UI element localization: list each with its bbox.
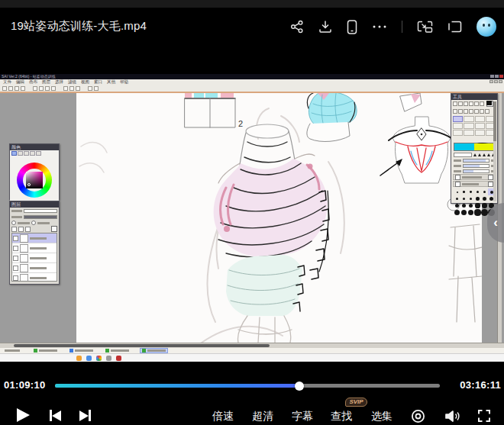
episodes-button[interactable]: 选集: [371, 410, 393, 423]
document-tab[interactable]: [32, 349, 59, 353]
opacity-slider[interactable]: [24, 215, 57, 219]
layer-visibility-toggle[interactable]: [13, 275, 18, 281]
brush-size-option[interactable]: [454, 209, 460, 216]
sai-menu-item[interactable]: 画布: [29, 79, 37, 85]
tool-icons-row-1[interactable]: [451, 100, 497, 108]
phone-icon[interactable]: [347, 20, 357, 34]
sai-menu-item[interactable]: 文件: [3, 79, 11, 85]
brush-size-option[interactable]: [467, 209, 474, 216]
brush-size-option[interactable]: [460, 202, 467, 209]
brush-opacity-slider[interactable]: [463, 164, 489, 168]
cast-icon[interactable]: [447, 20, 462, 34]
document-tab[interactable]: [140, 348, 168, 353]
search-button[interactable]: 查找: [331, 410, 352, 423]
taskbar-app-icon[interactable]: [116, 356, 121, 361]
previous-button[interactable]: [50, 410, 61, 421]
sai-horizontal-scrollbar[interactable]: [0, 343, 504, 348]
sai-menu-item[interactable]: 选择: [55, 79, 63, 85]
layer-row[interactable]: [12, 253, 57, 263]
tool-icons-row-2[interactable]: [451, 108, 497, 115]
brush-size-option[interactable]: [474, 188, 481, 195]
avatar[interactable]: [477, 17, 496, 37]
brush-size-option[interactable]: [474, 202, 481, 209]
document-tab[interactable]: [68, 349, 95, 353]
progress-knob[interactable]: [295, 382, 304, 391]
volume-button[interactable]: [444, 409, 460, 425]
brush-tool-grid[interactable]: [451, 115, 497, 137]
pip-icon[interactable]: [417, 20, 433, 34]
sai-menu-item[interactable]: 滤镜: [68, 79, 76, 85]
layer-row[interactable]: [12, 263, 57, 273]
color-panel-tabs[interactable]: [10, 150, 59, 159]
brush-size-option[interactable]: [460, 195, 467, 202]
toolbar-button[interactable]: [33, 86, 37, 91]
brush-size-option[interactable]: [454, 202, 460, 209]
toolbar-button[interactable]: [63, 86, 68, 91]
document-tab[interactable]: [104, 349, 131, 353]
share-icon[interactable]: [290, 20, 304, 34]
layer-row[interactable]: [12, 273, 57, 282]
saturation-square[interactable]: [26, 172, 43, 188]
brush-size-option[interactable]: [481, 202, 488, 209]
layer-visibility-toggle[interactable]: [13, 246, 18, 251]
toolbar-button[interactable]: [88, 86, 92, 91]
sai-menu-item[interactable]: 视图: [81, 79, 89, 85]
layer-visibility-toggle[interactable]: [13, 266, 18, 271]
brush-size-option[interactable]: [467, 188, 474, 195]
brush-size-option[interactable]: [467, 202, 474, 209]
color-swatch-bar[interactable]: [454, 143, 495, 151]
more-icon[interactable]: [372, 20, 387, 34]
sai-menu-item[interactable]: 其他: [107, 79, 115, 85]
taskbar-app-icon[interactable]: [106, 356, 111, 361]
layer-row[interactable]: [12, 233, 57, 243]
brush-size-option[interactable]: [467, 195, 474, 202]
toolbar-button[interactable]: [15, 86, 19, 91]
section-checkbox-1[interactable]: [455, 175, 460, 180]
toolbar-button[interactable]: [39, 86, 44, 91]
tool-panel-scrollbar[interactable]: [493, 101, 496, 201]
color-wheel-area[interactable]: [10, 159, 59, 201]
next-button[interactable]: [79, 410, 91, 421]
brush-size-slider[interactable]: [463, 159, 489, 163]
toolbar-button[interactable]: [76, 86, 80, 91]
toolbar-button[interactable]: [94, 86, 99, 91]
layer-row[interactable]: [12, 243, 57, 253]
brush-blur-slider[interactable]: [463, 169, 489, 173]
brush-size-option[interactable]: [481, 195, 488, 202]
fg-bg-color-swatch[interactable]: [486, 101, 493, 107]
blend-mode-dropdown[interactable]: [24, 209, 57, 213]
sai-menu-item[interactable]: 图层: [42, 79, 50, 85]
taskbar-app-icon[interactable]: [86, 356, 92, 361]
brush-size-option[interactable]: [454, 195, 460, 202]
sai-menu-item[interactable]: 窗口: [94, 79, 102, 85]
toolbar-button[interactable]: [69, 86, 74, 91]
speed-button[interactable]: 倍速: [212, 410, 234, 423]
toolbar-button[interactable]: [21, 86, 25, 91]
section-checkbox-2[interactable]: [455, 182, 460, 187]
layers-toolbar[interactable]: [10, 226, 59, 232]
toolbar-button[interactable]: [45, 86, 50, 91]
quality-button[interactable]: 超清: [252, 410, 273, 423]
brush-size-option[interactable]: [454, 188, 460, 195]
toolbar-button[interactable]: [51, 86, 56, 91]
download-icon[interactable]: [318, 20, 332, 34]
toolbar-button[interactable]: [2, 86, 7, 91]
progress-bar[interactable]: [55, 384, 440, 388]
brush-size-option[interactable]: [474, 195, 481, 202]
record-circle-button[interactable]: [411, 409, 425, 425]
sai-menu-item[interactable]: 编辑: [16, 79, 24, 85]
brush-size-option[interactable]: [460, 209, 467, 216]
fullscreen-button[interactable]: [477, 409, 491, 425]
brush-size-option[interactable]: [481, 188, 488, 195]
video-frame[interactable]: SAI Ver.2 (64bit) - 站姿动态训练 文件编辑画布图层选择滤镜视…: [0, 74, 504, 357]
brush-mode-dropdown[interactable]: [454, 153, 472, 157]
taskbar-app-icon[interactable]: [96, 356, 102, 361]
taskbar-app-icon[interactable]: [76, 356, 82, 361]
option-radio-2[interactable]: [31, 221, 36, 225]
layer-visibility-toggle[interactable]: [13, 256, 18, 261]
play-button[interactable]: [17, 408, 30, 422]
subtitle-button[interactable]: 字幕: [292, 410, 313, 423]
brush-size-option[interactable]: [474, 209, 481, 216]
layer-visibility-toggle[interactable]: [13, 236, 18, 241]
brush-size-option[interactable]: [460, 188, 467, 195]
